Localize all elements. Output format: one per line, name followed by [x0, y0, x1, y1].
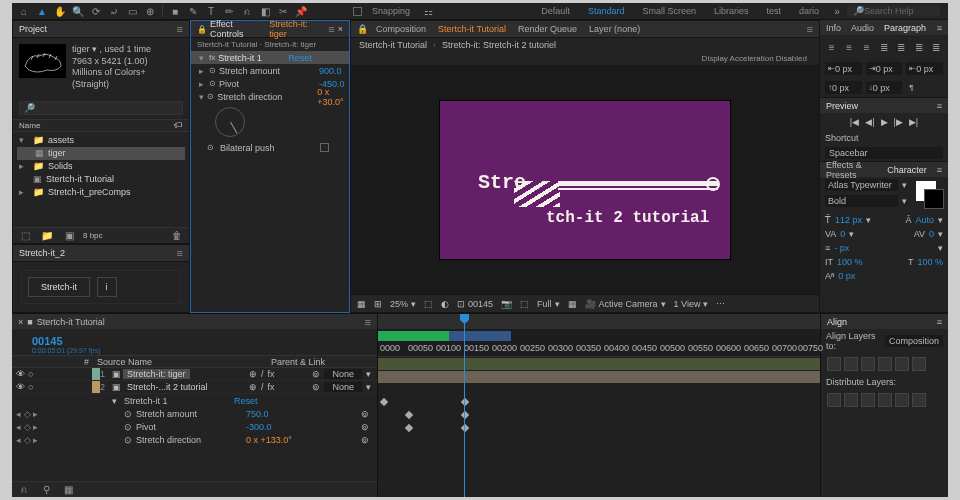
vf-snapshot-icon[interactable]: 📷	[501, 299, 512, 309]
color-swatches[interactable]	[912, 177, 948, 213]
font-family[interactable]: Atlas Typewriter	[825, 179, 898, 191]
interpret-icon[interactable]: ⬚	[17, 228, 33, 244]
prop-pivot[interactable]: ◂ ◇ ▸⊙Pivot-300.0⊚	[12, 420, 377, 433]
param-direction[interactable]: Stretch direction	[217, 92, 317, 102]
align-bottom-icon[interactable]	[912, 357, 926, 371]
col-source[interactable]: Source Name	[97, 357, 152, 367]
tree-item-tiger[interactable]: ▦tiger	[17, 147, 185, 160]
dist-top-icon[interactable]	[827, 393, 841, 407]
effect-name[interactable]: Stretch-it 1	[218, 53, 288, 63]
space-after[interactable]: ↓ 0 px	[866, 81, 903, 94]
effect-reset[interactable]: Reset	[288, 53, 312, 63]
timeline-track-area[interactable]: 0000 00050 00100 00150 00200 00250 00300…	[378, 314, 820, 497]
parent-2[interactable]: None	[324, 382, 362, 392]
scale-x[interactable]: 100 %	[837, 257, 863, 267]
param-stretch-amount[interactable]: Stretch amount	[219, 66, 319, 76]
workspace-dario[interactable]: dario	[791, 6, 827, 16]
vf-region-icon[interactable]: ⬚	[520, 299, 529, 309]
dist-right-icon[interactable]	[912, 393, 926, 407]
new-folder-icon[interactable]: 📁	[39, 228, 55, 244]
align-right-icon[interactable]	[861, 357, 875, 371]
shortcut-value[interactable]: Spacebar	[825, 147, 943, 159]
dist-left-icon[interactable]	[878, 393, 892, 407]
tree-comp-tutorial[interactable]: ▣Stertch-it Tutorial	[17, 173, 185, 186]
workspace-small[interactable]: Small Screen	[634, 6, 704, 16]
prop-direction[interactable]: ◂ ◇ ▸⊙Stretch direction0 x +133.0°⊚	[12, 433, 377, 446]
vf-channel-icon[interactable]: ◐	[441, 299, 449, 309]
col-num[interactable]: #	[84, 357, 89, 367]
camera-tool-icon[interactable]: ▭	[124, 3, 140, 19]
tree-folder-solids[interactable]: ▸📁Solids	[17, 160, 185, 173]
next-frame-icon[interactable]: |▶	[894, 117, 903, 127]
close-icon[interactable]: ×	[18, 317, 23, 327]
vf-views[interactable]: 1 View ▾	[674, 299, 709, 309]
justify-center-icon[interactable]: ≣	[895, 39, 908, 55]
param-direction-val[interactable]: 0 x +30.0°	[317, 87, 349, 107]
hand-tool-icon[interactable]: ✋	[52, 3, 68, 19]
eye-icon[interactable]: 👁	[16, 382, 25, 392]
home-icon[interactable]: ⌂	[16, 3, 32, 19]
leading[interactable]: Auto	[915, 215, 934, 225]
panel-menu-icon[interactable]: ≡	[177, 23, 183, 35]
font-size[interactable]: 112 px	[835, 215, 862, 225]
align-vcenter-icon[interactable]	[895, 357, 909, 371]
new-comp-icon[interactable]: ▣	[61, 228, 77, 244]
vf-resolution[interactable]: Full ▾	[537, 299, 560, 309]
vf-alpha-icon[interactable]: ▦	[357, 299, 366, 309]
project-search[interactable]: 🔎	[19, 101, 183, 115]
keyframe[interactable]	[380, 398, 388, 406]
angle-control[interactable]	[215, 107, 245, 137]
rotate-tool-icon[interactable]: ⤾	[106, 3, 122, 19]
first-frame-icon[interactable]: |◀	[850, 117, 859, 127]
panel-menu-icon[interactable]: ≡	[177, 247, 183, 259]
stroke[interactable]: - px	[834, 243, 849, 253]
keyframe[interactable]	[461, 411, 469, 419]
solo-icon[interactable]: ○	[28, 382, 33, 392]
asset-thumbnail[interactable]	[19, 44, 66, 78]
effect-controls-tab[interactable]: Effect Controls	[210, 19, 266, 39]
prev-frame-icon[interactable]: ◀|	[865, 117, 874, 127]
panel-menu-icon[interactable]: ≡	[807, 23, 813, 35]
dist-bottom-icon[interactable]	[861, 393, 875, 407]
tab-preview[interactable]: Preview	[826, 101, 858, 111]
align-right-icon[interactable]: ≡	[860, 39, 873, 55]
shy-icon[interactable]: ⚲	[38, 482, 54, 498]
workspace-default[interactable]: Default	[533, 6, 578, 16]
render-queue-tab[interactable]: Render Queue	[514, 24, 581, 34]
keyframe[interactable]	[461, 424, 469, 432]
align-target[interactable]: Composition	[885, 335, 943, 347]
para-rtl-icon[interactable]: ¶	[906, 81, 943, 94]
layer-name-2[interactable]: Stretch-...it 2 tutorial	[123, 382, 212, 392]
search-help[interactable]: 🔎	[847, 5, 940, 17]
selection-tool-icon[interactable]: ▲	[34, 3, 50, 19]
toggle-switches-icon[interactable]: ⎌	[16, 482, 32, 498]
panel-menu-icon[interactable]: ≡	[937, 101, 942, 111]
dist-hcenter-icon[interactable]	[895, 393, 909, 407]
tracking[interactable]: 0	[929, 229, 934, 239]
play-icon[interactable]: ▶	[881, 117, 888, 127]
eye-icon[interactable]: 👁	[16, 369, 25, 379]
project-tab[interactable]: Project	[19, 24, 47, 34]
space-before[interactable]: ↑ 0 px	[825, 81, 862, 94]
clone-tool-icon[interactable]: ⎌	[239, 3, 255, 19]
workspace-overflow-icon[interactable]: »	[829, 3, 845, 19]
project-tree[interactable]: ▾📁assets ▦tiger ▸📁Solids ▣Stertch-it Tut…	[13, 132, 189, 227]
vf-camera[interactable]: 🎥 Active Camera ▾	[585, 299, 666, 309]
bilateral-checkbox[interactable]	[320, 143, 329, 152]
bpc-toggle[interactable]: 8 bpc	[83, 231, 103, 240]
workspace-standard[interactable]: Standard	[580, 6, 633, 16]
vf-more-icon[interactable]: ⋯	[716, 299, 725, 309]
lock-icon[interactable]: 🔒	[197, 25, 207, 34]
col-tag-icon[interactable]: 🏷	[174, 120, 183, 130]
composition-tab-label[interactable]: Composition	[372, 24, 430, 34]
keyframe[interactable]	[405, 411, 413, 419]
time-ruler[interactable]: 0000 00050 00100 00150 00200 00250 00300…	[378, 329, 820, 357]
snap-options-icon[interactable]: ⚏	[420, 3, 436, 19]
align-top-icon[interactable]	[878, 357, 892, 371]
puppet-tool-icon[interactable]: 📌	[293, 3, 309, 19]
tab-align[interactable]: Align	[827, 317, 847, 327]
last-frame-icon[interactable]: ▶|	[909, 117, 918, 127]
timeline-tab[interactable]: Stertch-it Tutorial	[37, 317, 105, 327]
align-left-icon[interactable]: ≡	[825, 39, 838, 55]
panel-menu-icon[interactable]: ≡	[365, 316, 371, 328]
